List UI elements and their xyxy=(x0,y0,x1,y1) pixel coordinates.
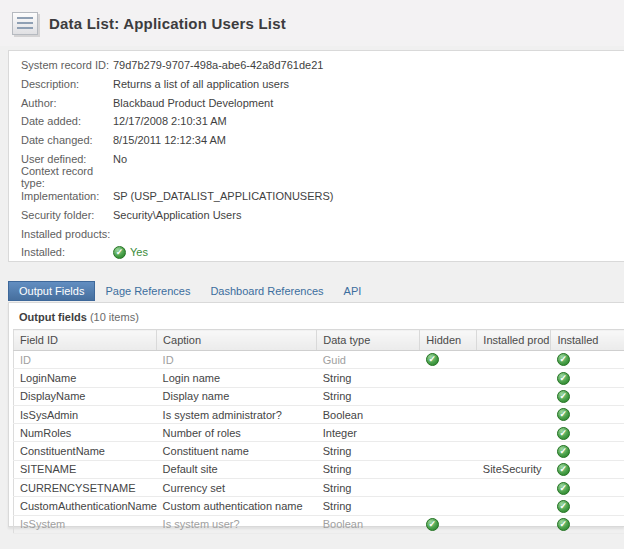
check-icon: ✓ xyxy=(557,500,570,513)
installed-cell: ✓ xyxy=(551,479,624,497)
column-header-caption[interactable]: Caption xyxy=(157,330,317,351)
installed-products-cell xyxy=(477,479,551,497)
data-type-cell: Boolean xyxy=(317,405,420,423)
table-row[interactable]: IDIDGuid✓✓ xyxy=(14,351,624,369)
table-row[interactable]: SITENAMEDefault siteStringSiteSecurity✓ xyxy=(14,460,624,478)
property-value-text: SP (USP_DATALIST_APPLICATIONUSERS) xyxy=(113,190,333,202)
property-label: Date added: xyxy=(21,115,113,127)
data-type-cell: String xyxy=(317,479,420,497)
installed-cell: ✓ xyxy=(551,424,624,442)
table-row[interactable]: CustomAuthenticationNameCustom authentic… xyxy=(14,497,624,515)
table-header-row: Field IDCaptionData typeHiddenInstalled … xyxy=(14,330,624,351)
caption-cell: Default site xyxy=(157,460,317,478)
property-label: Security folder: xyxy=(21,209,113,221)
installed-products-cell xyxy=(477,387,551,405)
table-row[interactable]: NumRolesNumber of rolesInteger✓ xyxy=(14,424,624,442)
field-id-cell: LoginName xyxy=(14,369,157,387)
output-fields-heading: Output fields (10 items) xyxy=(9,303,624,329)
property-label: Installed products: xyxy=(21,228,113,240)
field-id-cell: IsSystem xyxy=(14,515,157,533)
check-icon: ✓ xyxy=(557,408,570,421)
output-fields-table: Field IDCaptionData typeHiddenInstalled … xyxy=(13,329,624,534)
tab-api[interactable]: API xyxy=(334,281,372,301)
field-id-cell: SITENAME xyxy=(14,460,157,478)
caption-cell: Is system administrator? xyxy=(157,405,317,423)
check-icon: ✓ xyxy=(557,427,570,440)
page-title: Data List: Application Users List xyxy=(49,15,286,32)
property-value-text: Security\Application Users xyxy=(113,209,241,221)
installed-products-cell: SiteSecurity xyxy=(477,460,551,478)
property-value: 8/15/2011 12:12:34 AM xyxy=(113,134,226,146)
caption-cell: Display name xyxy=(157,387,317,405)
column-header-field-id[interactable]: Field ID xyxy=(14,330,157,351)
datalist-icon-lines xyxy=(17,17,33,31)
property-label: Implementation: xyxy=(21,190,113,202)
check-icon: ✓ xyxy=(557,463,570,476)
table-row[interactable]: ConstituentNameConstituent nameString✓ xyxy=(14,442,624,460)
property-row: Date added:12/17/2008 2:10:31 AM xyxy=(9,112,624,131)
property-value: 12/17/2008 2:10:31 AM xyxy=(113,115,227,127)
datalist-icon xyxy=(12,12,38,35)
property-label: Installed: xyxy=(21,246,113,258)
field-id-cell: CURRENCYSETNAME xyxy=(14,479,157,497)
table-row[interactable]: CURRENCYSETNAMECurrency setString✓ xyxy=(14,479,624,497)
field-id-cell: IsSysAdmin xyxy=(14,405,157,423)
column-header-installed-prod-[interactable]: Installed prod... xyxy=(477,330,551,351)
check-icon: ✓ xyxy=(557,445,570,458)
installed-cell: ✓ xyxy=(551,460,624,478)
check-icon: ✓ xyxy=(426,518,439,531)
check-icon: ✓ xyxy=(113,246,126,259)
property-row: Implementation:SP (USP_DATALIST_APPLICAT… xyxy=(9,187,624,206)
data-type-cell: String xyxy=(317,369,420,387)
column-header-data-type[interactable]: Data type xyxy=(317,330,420,351)
caption-cell: Constituent name xyxy=(157,442,317,460)
data-type-cell: Boolean xyxy=(317,515,420,533)
tab-page-references[interactable]: Page References xyxy=(95,281,200,301)
table-row[interactable]: LoginNameLogin nameString✓ xyxy=(14,369,624,387)
data-type-cell: String xyxy=(317,497,420,515)
installed-cell: ✓ xyxy=(551,442,624,460)
installed-cell: ✓ xyxy=(551,369,624,387)
field-id-cell: DisplayName xyxy=(14,387,157,405)
installed-products-cell xyxy=(477,369,551,387)
data-type-cell: Guid xyxy=(317,351,420,369)
data-type-cell: Integer xyxy=(317,424,420,442)
column-header-hidden[interactable]: Hidden xyxy=(420,330,477,351)
check-icon: ✓ xyxy=(557,353,570,366)
property-value-text: 12/17/2008 2:10:31 AM xyxy=(113,115,227,127)
hidden-cell xyxy=(420,387,477,405)
hidden-cell xyxy=(420,405,477,423)
property-label: User defined: xyxy=(21,153,113,165)
tab-output-fields[interactable]: Output Fields xyxy=(8,281,95,301)
caption-cell: Number of roles xyxy=(157,424,317,442)
property-value-text: 8/15/2011 12:12:34 AM xyxy=(113,134,226,146)
hidden-cell xyxy=(420,424,477,442)
caption-cell: Is system user? xyxy=(157,515,317,533)
tab-bar: Output FieldsPage ReferencesDashboard Re… xyxy=(8,281,371,301)
tab-dashboard-references[interactable]: Dashboard References xyxy=(200,281,333,301)
property-row: Context record type: xyxy=(9,168,624,187)
property-value-text: Returns a list of all application users xyxy=(113,78,289,90)
installed-cell: ✓ xyxy=(551,351,624,369)
property-label: Description: xyxy=(21,78,113,90)
datalist-detail-page: Data List: Application Users List System… xyxy=(0,0,624,549)
column-header-installed[interactable]: Installed xyxy=(551,330,624,351)
property-value: Security\Application Users xyxy=(113,209,241,221)
caption-cell: ID xyxy=(157,351,317,369)
table-row[interactable]: DisplayNameDisplay nameString✓ xyxy=(14,387,624,405)
table-row[interactable]: IsSystemIs system user?Boolean✓✓ xyxy=(14,515,624,533)
caption-cell: Custom authentication name xyxy=(157,497,317,515)
output-fields-panel: Output fields (10 items) Field IDCaption… xyxy=(8,302,624,527)
hidden-cell: ✓ xyxy=(420,515,477,533)
hidden-cell xyxy=(420,442,477,460)
hidden-cell xyxy=(420,460,477,478)
property-value: SP (USP_DATALIST_APPLICATIONUSERS) xyxy=(113,190,333,202)
field-id-cell: CustomAuthenticationName xyxy=(14,497,157,515)
property-row: Installed products: xyxy=(9,224,624,243)
table-row[interactable]: IsSysAdminIs system administrator?Boolea… xyxy=(14,405,624,423)
property-value-text: Blackbaud Product Development xyxy=(113,97,273,109)
property-row: Security folder:Security\Application Use… xyxy=(9,206,624,225)
property-row: Installed:✓Yes xyxy=(9,243,624,262)
data-type-cell: String xyxy=(317,442,420,460)
table-body: IDIDGuid✓✓LoginNameLogin nameString✓Disp… xyxy=(14,351,624,534)
